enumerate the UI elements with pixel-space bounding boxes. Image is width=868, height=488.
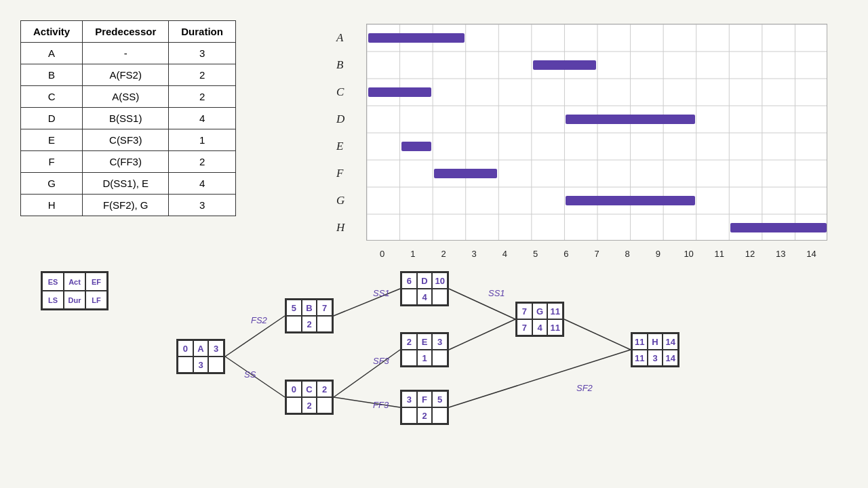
gantt-row-label: H xyxy=(336,221,344,235)
gantt-bar xyxy=(730,223,827,232)
node-cell xyxy=(432,289,448,305)
node-cell: 5 xyxy=(286,300,302,316)
node-cell: 11 xyxy=(632,350,648,366)
node-cell: 2 xyxy=(317,381,332,397)
node-cell: 3 xyxy=(648,350,663,366)
gantt-x-label: 5 xyxy=(520,249,551,259)
table-cell: A(FS2) xyxy=(83,64,169,86)
gantt-bar xyxy=(434,169,497,178)
gantt-x-label: 14 xyxy=(796,249,827,259)
gantt-chart: ABCDEFGH01234567891011121314 xyxy=(332,17,848,261)
legend-dur: Dur xyxy=(64,291,85,309)
node-cell: 3 xyxy=(432,333,448,350)
node-cell: 4 xyxy=(417,289,433,305)
node-cell xyxy=(401,350,417,366)
table-row: FC(FF3)2 xyxy=(21,151,236,173)
gantt-bar xyxy=(368,33,465,43)
table-cell: C xyxy=(21,86,83,108)
table-cell: D(SS1), E xyxy=(83,173,169,195)
gantt-row-label: A xyxy=(336,31,343,45)
node-B: 5B72 xyxy=(285,298,334,333)
gantt-row-label: B xyxy=(336,58,343,72)
node-cell: F xyxy=(417,391,433,407)
node-cell: D xyxy=(417,272,433,289)
node-cell: 1 xyxy=(417,350,433,366)
node-A: 0A33 xyxy=(176,339,225,374)
node-cell xyxy=(432,350,448,366)
table-cell: F xyxy=(21,151,83,173)
table-row: CA(SS)2 xyxy=(21,86,236,108)
arrow-label: FS2 xyxy=(251,315,267,325)
gantt-x-label: 4 xyxy=(490,249,520,259)
table-cell: A(SS) xyxy=(83,86,169,108)
gantt-bar xyxy=(368,87,431,97)
node-cell: H xyxy=(648,333,663,350)
node-cell: 10 xyxy=(432,272,448,289)
gantt-x-label: 2 xyxy=(428,249,458,259)
table-cell: B(SS1) xyxy=(83,108,169,129)
node-cell: 14 xyxy=(663,350,678,366)
gantt-x-label: 12 xyxy=(734,249,765,259)
gantt-x-label: 11 xyxy=(704,249,734,259)
table-cell: 2 xyxy=(169,86,236,108)
gantt-bar xyxy=(533,60,596,70)
gantt-row-label: C xyxy=(336,85,344,99)
legend-act: Act xyxy=(64,272,85,291)
node-cell: 7 xyxy=(517,303,532,319)
node-cell xyxy=(401,289,417,305)
table-cell: G xyxy=(21,173,83,195)
gantt-x-label: 13 xyxy=(766,249,796,259)
table-cell: 4 xyxy=(169,173,236,195)
table-cell: F(SF2), G xyxy=(83,195,169,216)
node-G: 7G117411 xyxy=(515,302,564,337)
activity-table: Activity Predecessor Duration A-3BA(FS2)… xyxy=(20,20,236,216)
table-cell: - xyxy=(83,43,169,64)
node-cell xyxy=(317,397,332,413)
gantt-x-label: 6 xyxy=(551,249,581,259)
col-header-predecessor: Predecessor xyxy=(83,21,169,43)
arrow-label: SF3 xyxy=(373,356,389,366)
node-cell: 0 xyxy=(178,340,193,357)
table-cell: D xyxy=(21,108,83,129)
gantt-row-label: E xyxy=(336,140,343,153)
table-row: A-3 xyxy=(21,43,236,64)
table-cell: B xyxy=(21,64,83,86)
gantt-row-label: G xyxy=(336,194,344,207)
table-cell: 2 xyxy=(169,151,236,173)
node-cell: 3 xyxy=(208,340,224,357)
node-cell: 2 xyxy=(417,407,433,424)
arrow-label: FF3 xyxy=(373,400,389,410)
table-cell: A xyxy=(21,43,83,64)
table-cell: 4 xyxy=(169,108,236,129)
svg-line-32 xyxy=(449,350,631,407)
table-cell: C(FF3) xyxy=(83,151,169,173)
table-row: DB(SS1)4 xyxy=(21,108,236,129)
network-diagram: ES Act EF LS Dur LF 0A335B720C226D1042E3… xyxy=(20,264,848,481)
node-cell: 6 xyxy=(401,272,417,289)
node-D: 6D104 xyxy=(400,271,449,306)
node-cell: 2 xyxy=(302,397,317,413)
table-cell: H xyxy=(21,195,83,216)
legend-es: ES xyxy=(42,272,64,291)
svg-line-28 xyxy=(334,350,400,397)
node-cell: 0 xyxy=(286,381,302,397)
svg-line-33 xyxy=(564,319,631,350)
table-cell: 3 xyxy=(169,195,236,216)
node-cell: 11 xyxy=(547,319,563,336)
node-cell xyxy=(432,407,448,424)
gantt-x-label: 7 xyxy=(581,249,612,259)
node-cell: 11 xyxy=(547,303,563,319)
table-cell: C(SF3) xyxy=(83,129,169,151)
node-cell: C xyxy=(302,381,317,397)
node-cell: 11 xyxy=(632,333,648,350)
node-cell xyxy=(286,397,302,413)
node-cell: A xyxy=(193,340,209,357)
arrow-label: SF2 xyxy=(576,383,593,393)
node-cell: 7 xyxy=(517,319,532,336)
node-H: 11H1411314 xyxy=(631,332,679,367)
svg-line-31 xyxy=(449,319,515,350)
node-cell: 5 xyxy=(432,391,448,407)
node-cell: E xyxy=(417,333,433,350)
legend-ef: EF xyxy=(85,272,107,291)
gantt-bar xyxy=(401,142,432,151)
